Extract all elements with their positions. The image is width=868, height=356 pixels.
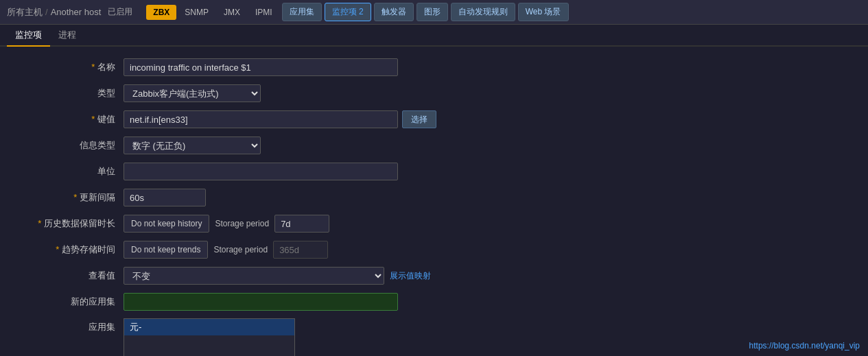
menu-zidong[interactable]: 自动发现规则 [451,3,515,21]
row-unit: 单位 [14,162,854,181]
history-storage-label: Storage period [212,219,272,228]
row-info-type: 信息类型 数字 (无正负) [14,136,854,155]
menu-yingyongji[interactable]: 应用集 [282,3,322,21]
input-key[interactable] [124,110,398,128]
label-history: 历史数据保留时长 [14,217,124,230]
label-name: 名称 [14,61,124,73]
select-lookup[interactable]: 不变 [124,267,384,285]
menu-web[interactable]: Web 场景 [518,3,569,21]
input-update-interval[interactable] [124,189,206,206]
row-type: 类型 Zabbix客户端(主动式) [14,84,854,103]
label-unit: 单位 [14,165,124,178]
label-app: 应用集 [14,318,124,333]
row-app: 应用集 元- [14,318,854,356]
already-used-label: 已启用 [104,3,137,21]
label-update-interval: 更新间隔 [14,191,124,204]
tab-jmx[interactable]: JMX [217,5,247,20]
label-info-type: 信息类型 [14,139,124,152]
app-listbox[interactable]: 元- [124,318,295,356]
trends-storage-label: Storage period [211,245,270,254]
label-new-app: 新的应用集 [14,296,124,308]
breadcrumb-current: Another host [51,7,102,17]
protocol-tabs: ZBX SNMP JMX IPMI [146,5,279,20]
tab-zbx[interactable]: ZBX [146,5,176,20]
link-value-mapping[interactable]: 展示值映射 [390,270,431,282]
menu-chufaqi[interactable]: 触发器 [374,3,414,21]
row-history: 历史数据保留时长 Do not keep history Storage per… [14,214,854,233]
row-key: 键值 选择 [14,110,854,129]
btn-select-key[interactable]: 选择 [402,110,436,128]
input-new-app[interactable] [124,293,398,311]
row-update-interval: 更新间隔 [14,188,854,207]
top-navigation: 所有主机 / Another host 已启用 ZBX SNMP JMX IPM… [0,0,868,25]
input-name[interactable] [124,58,398,76]
btn-no-keep-history[interactable]: Do not keep history [124,215,209,233]
breadcrumb: 所有主机 / Another host [7,6,101,19]
sub-tab-jiankongxiang[interactable]: 监控项 [7,25,50,47]
select-info-type[interactable]: 数字 (无正负) [124,137,261,154]
row-new-app: 新的应用集 [14,292,854,311]
label-lookup: 查看值 [14,270,124,282]
tab-snmp[interactable]: SNMP [178,5,215,20]
btn-no-keep-trends[interactable]: Do not keep trends [124,241,208,259]
label-key: 键值 [14,113,124,126]
tab-ipmi[interactable]: IPMI [248,5,279,20]
menu-tuxing[interactable]: 图形 [417,3,448,21]
sub-tab-jincheng[interactable]: 进程 [50,25,84,47]
breadcrumb-root[interactable]: 所有主机 [7,6,43,19]
app-listbox-item-none[interactable]: 元- [124,319,294,335]
breadcrumb-separator: / [45,7,48,17]
row-trends: 趋势存储时间 Do not keep trends Storage period [14,240,854,259]
footer-url: https://blog.csdn.net/yanqi_vip [749,341,860,351]
row-name: 名称 [14,58,854,77]
label-trends: 趋势存储时间 [14,244,124,256]
sub-tab-bar: 监控项 进程 [0,25,868,47]
label-type: 类型 [14,87,124,99]
input-trends-period[interactable] [273,241,328,259]
input-unit[interactable] [124,163,398,180]
select-type[interactable]: Zabbix客户端(主动式) [124,84,261,102]
input-history-period[interactable] [274,215,329,233]
history-storage-row: Do not keep history Storage period [124,215,329,233]
row-lookup: 查看值 不变 展示值映射 [14,266,854,285]
trends-storage-row: Do not keep trends Storage period [124,241,328,259]
menu-jiankong[interactable]: 监控项 2 [325,3,371,21]
form-area: 名称 类型 Zabbix客户端(主动式) 键值 选择 信息类型 数字 (无正负)… [0,47,868,356]
